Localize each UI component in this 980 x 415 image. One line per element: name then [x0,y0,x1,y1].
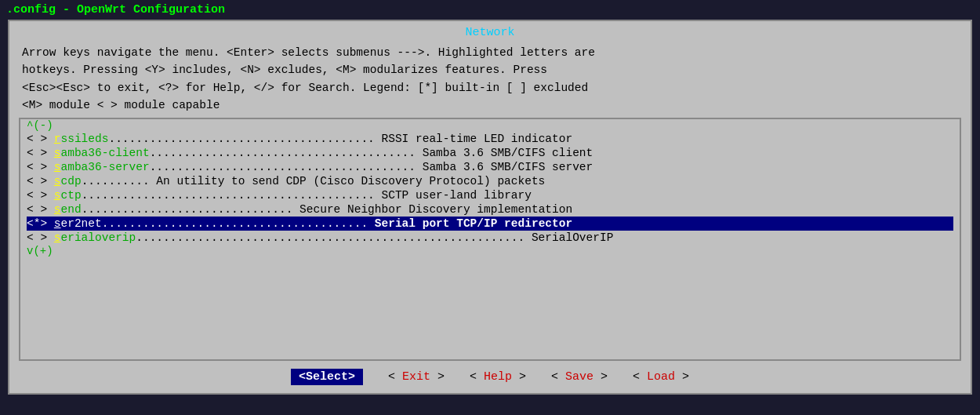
menu-title: Network [9,21,971,41]
description: Samba 3.6 SMB/CIFS client [423,147,593,159]
save-button[interactable]: < Save > [551,370,608,384]
bracket: < > [27,189,54,202]
item-name: end [61,203,82,216]
bracket: < > [27,133,54,145]
scroll-down: v(+) [20,245,960,257]
dots: ....................................... [102,217,375,230]
dots: ....................................... [108,133,381,145]
load-button[interactable]: < Load > [633,370,689,384]
first-letter: r [54,133,61,145]
help-line-1: Arrow keys navigate the menu. <Enter> se… [22,44,958,61]
menu-item-ser2net[interactable]: <*> ser2net.............................… [27,217,953,231]
dots: ........................................… [136,231,532,244]
bracket: <*> [27,217,54,230]
bracket: < > [27,203,54,216]
description: Secure Neighbor Discovery implementation [299,203,572,216]
description: Samba 3.6 SMB/CIFS server [423,161,593,173]
first-letter: s [54,161,61,173]
select-button[interactable]: <Select> [291,369,363,385]
help-line-2: hotkeys. Pressing <Y> includes, <N> excl… [22,61,958,78]
exit-button[interactable]: < Exit > [388,370,445,384]
save-label: Save [565,370,593,384]
scroll-up: ^(-) [20,119,960,132]
item-name: amba36-client [61,147,150,159]
description: RSSI real-time LED indicator [382,133,573,145]
dots: ............................... [82,203,299,216]
load-label: Load [647,370,675,384]
item-name: ctp [61,189,82,202]
dots: ........................................… [82,189,382,202]
first-letter: s [54,175,61,187]
bracket: < > [27,161,54,173]
menu-item-samba36-server[interactable]: < > samba36-server......................… [27,160,953,174]
menu-item-send[interactable]: < > send............................... … [27,202,953,217]
dots: ....................................... [150,147,423,159]
menu-item-samba36-client[interactable]: < > samba36-client......................… [27,146,953,160]
exit-label: Exit [402,370,430,384]
help-line-4: <M> module < > module capable [22,96,958,114]
item-name: er2net [61,217,102,230]
menu-item-rssileds[interactable]: < > rssileds............................… [27,132,953,146]
first-letter: s [54,203,61,216]
first-letter: s [54,217,61,230]
dots: .......... [82,175,157,187]
main-container: Network Arrow keys navigate the menu. <E… [8,20,972,395]
menu-item-scdp[interactable]: < > scdp.......... An utility to send CD… [27,174,953,188]
bracket: < > [27,147,54,159]
help-line-3: <Esc><Esc> to exit, <?> for Help, </> fo… [22,79,958,96]
first-letter: s [54,147,61,159]
description: An utility to send CDP (Cisco Discovery … [156,175,545,187]
menu-item-serialoverip[interactable]: < > serialoverip........................… [27,231,953,245]
title-text: .config - OpenWrt Configuration [6,3,225,16]
help-label: Help [484,370,512,384]
title-bar: .config - OpenWrt Configuration [0,0,980,20]
help-button[interactable]: < Help > [470,370,526,384]
menu-items-list: < > rssileds............................… [20,132,960,245]
first-letter: s [54,189,61,202]
item-name: amba36-server [61,161,150,173]
item-name: erialoverip [61,231,136,244]
dots: ....................................... [150,161,423,173]
description: SCTP user-land library [382,189,532,202]
description: SerialOverIP [532,231,613,244]
description: Serial port TCP/IP redirector [375,217,572,230]
item-name: cdp [61,175,82,187]
item-name: ssileds [61,133,109,145]
first-letter: s [54,231,61,244]
button-bar: <Select> < Exit > < Help > < Save > < Lo… [9,361,971,393]
content-area: ^(-) < > rssileds.......................… [19,118,961,361]
bracket: < > [27,175,54,187]
help-text: Arrow keys navigate the menu. <Enter> se… [9,41,971,118]
bracket: < > [27,231,54,244]
menu-item-sctp[interactable]: < > sctp................................… [27,188,953,202]
